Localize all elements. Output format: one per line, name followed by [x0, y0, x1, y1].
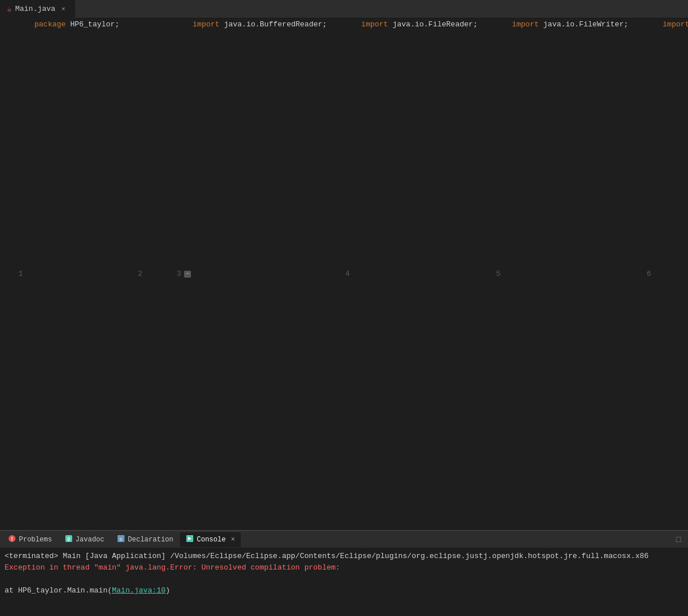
line-number: 2: [138, 268, 142, 280]
editor-row: 5import java.io.FileWriter;: [478, 18, 628, 530]
bottom-tab-problems[interactable]: !Problems: [2, 532, 58, 547]
tab-label-javadoc: Javadoc: [76, 536, 104, 544]
code-content: import java.io.FileWriter;: [512, 18, 628, 530]
fold-column: [24, 18, 34, 530]
console-stack-suffix: ): [166, 586, 170, 595]
fold-column: [351, 18, 361, 530]
tab-bar: ☕ Main.java ×: [0, 0, 688, 18]
line-number: 1: [18, 268, 23, 280]
console-stack-link[interactable]: Main.java:10: [112, 586, 166, 595]
line-gutter: 6: [628, 18, 652, 530]
main-java-tab[interactable]: ☕ Main.java ×: [0, 0, 76, 18]
line-number: 6: [647, 268, 651, 280]
console-blank-line: [5, 574, 683, 585]
svg-text:!: !: [10, 536, 14, 543]
editor-row: 6import java.io.IOException;: [628, 18, 688, 530]
editor-area: 1package HP6_taylor;2 3−import java.io.B…: [0, 18, 688, 530]
tab-icon-problems: !: [8, 535, 16, 545]
minimize-panel-icon[interactable]: □: [672, 535, 686, 544]
editor-row: 1package HP6_taylor;: [0, 18, 119, 530]
bottom-tab-declaration[interactable]: DDeclaration: [111, 532, 179, 547]
editor-row: 4import java.io.FileReader;: [327, 18, 478, 530]
console-stack-line: at HP6_taylor.Main.main(Main.java:10): [5, 585, 683, 596]
line-gutter: 3: [158, 18, 182, 530]
bottom-tab-javadoc[interactable]: @Javadoc: [59, 532, 110, 547]
tab-close-button[interactable]: ×: [59, 5, 68, 14]
line-number: 4: [345, 268, 350, 280]
fold-column: −: [182, 18, 193, 530]
bottom-tab-console[interactable]: Console×: [180, 532, 241, 547]
line-number: 5: [496, 268, 501, 280]
editor-row: 2: [119, 18, 158, 530]
code-content: import java.io.BufferedReader;: [193, 18, 327, 530]
code-content: import java.io.FileReader;: [361, 18, 478, 530]
console-error-line: Exception in thread "main" java.lang.Err…: [5, 562, 683, 574]
svg-text:D: D: [120, 537, 123, 542]
tab-label-console: Console: [197, 536, 225, 544]
console-stack-prefix: at HP6_taylor.Main.main(: [5, 586, 112, 595]
tab-label-declaration: Declaration: [128, 536, 173, 544]
fold-column: [143, 18, 154, 530]
line-gutter: 1: [0, 18, 24, 530]
console-close-button[interactable]: ×: [231, 536, 235, 544]
code-content: package HP6_taylor;: [34, 18, 119, 530]
bottom-panel: !Problems@JavadocDDeclarationConsole×□ <…: [0, 530, 688, 616]
fold-column: [652, 18, 663, 530]
tab-label-problems: Problems: [19, 536, 52, 544]
line-gutter: 4: [327, 18, 351, 530]
line-gutter: 2: [119, 18, 143, 530]
tab-icon-declaration: D: [117, 535, 125, 545]
line-gutter: 5: [478, 18, 502, 530]
svg-text:@: @: [67, 537, 71, 543]
console-terminated-line: <terminated> Main [Java Application] /Vo…: [5, 551, 683, 562]
console-content: <terminated> Main [Java Application] /Vo…: [0, 548, 688, 616]
tab-label: Main.java: [15, 5, 55, 13]
code-content: import java.io.IOException;: [663, 18, 688, 530]
tab-icon-javadoc: @: [65, 535, 73, 545]
bottom-tabs-bar: !Problems@JavadocDDeclarationConsole×□: [0, 531, 688, 548]
java-file-icon: ☕: [7, 4, 11, 14]
line-number: 3: [177, 268, 181, 280]
fold-marker[interactable]: −: [184, 271, 191, 278]
editor-row: 3−import java.io.BufferedReader;: [158, 18, 327, 530]
code-content: [154, 18, 158, 530]
fold-column: [502, 18, 512, 530]
tab-icon-console: [186, 535, 194, 545]
